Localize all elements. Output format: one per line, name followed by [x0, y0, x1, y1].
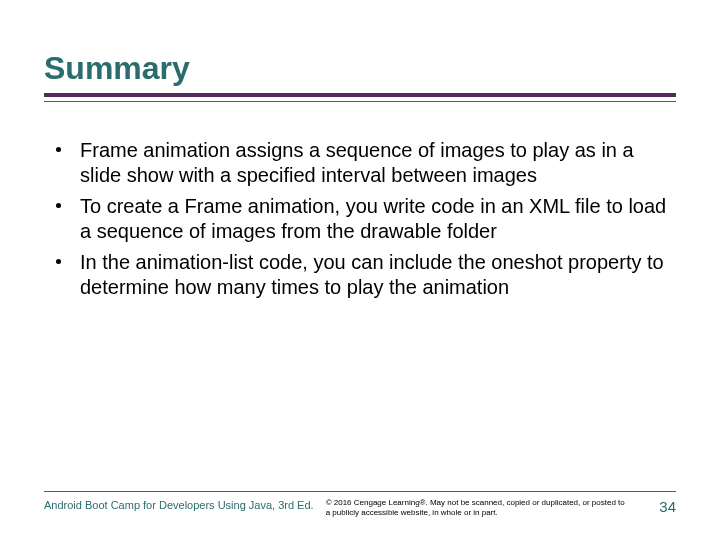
rule-thick [44, 93, 676, 97]
bullet-icon [56, 147, 61, 152]
bullet-icon [56, 203, 61, 208]
footer-copyright: © 2016 Cengage Learning®. May not be sca… [326, 498, 650, 518]
content: Frame animation assigns a sequence of im… [44, 138, 676, 300]
footer-book-title: Android Boot Camp for Developers Using J… [44, 498, 326, 511]
slide: Summary Frame animation assigns a sequen… [0, 0, 720, 540]
title-rules [44, 93, 676, 102]
bullet-icon [56, 259, 61, 264]
page-number: 34 [649, 498, 676, 515]
footer: Android Boot Camp for Developers Using J… [44, 491, 676, 518]
bullet-text: In the animation-list code, you can incl… [80, 251, 664, 298]
bullet-text: To create a Frame animation, you write c… [80, 195, 666, 242]
list-item: To create a Frame animation, you write c… [52, 194, 676, 244]
slide-title: Summary [44, 50, 676, 87]
rule-thin [44, 101, 676, 102]
bullet-list: Frame animation assigns a sequence of im… [44, 138, 676, 300]
bullet-text: Frame animation assigns a sequence of im… [80, 139, 634, 186]
list-item: In the animation-list code, you can incl… [52, 250, 676, 300]
footer-row: Android Boot Camp for Developers Using J… [44, 498, 676, 518]
list-item: Frame animation assigns a sequence of im… [52, 138, 676, 188]
footer-rule [44, 491, 676, 492]
